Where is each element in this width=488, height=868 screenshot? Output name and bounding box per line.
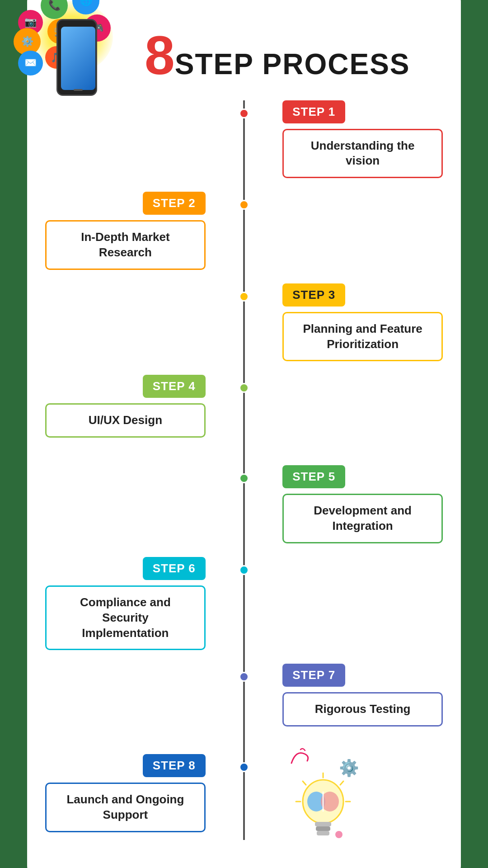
- svg-rect-36: [315, 822, 331, 826]
- svg-point-31: [446, 21, 449, 24]
- step-3-dot: [239, 292, 249, 302]
- svg-point-19: [438, 0, 441, 0]
- step-1-badge: STEP 1: [282, 100, 345, 123]
- step-5-dot: [239, 473, 249, 483]
- step-3-box: Planning and Feature Prioritization: [282, 312, 443, 362]
- step-3-content: STEP 3 Planning and Feature Prioritizati…: [260, 283, 443, 362]
- step-1-box: Understanding the vision: [282, 129, 443, 179]
- step-6-content: STEP 6 Compliance and Security Implement…: [45, 557, 228, 650]
- step-8-content: STEP 8 Launch and Ongoing Support: [45, 754, 228, 832]
- svg-point-21: [450, 12, 454, 15]
- svg-point-28: [424, 0, 427, 1]
- step-6-dot: [239, 565, 249, 575]
- step-5-box: Development and Integration: [282, 494, 443, 543]
- svg-point-25: [403, 14, 406, 17]
- step-6-badge: STEP 6: [143, 557, 206, 580]
- step-2-box: In-Depth Market Research: [45, 220, 206, 270]
- step-1-dot: [239, 108, 249, 118]
- step-7-dot: [239, 672, 249, 682]
- svg-line-42: [303, 781, 306, 785]
- step-8-dot: [239, 762, 249, 772]
- step-7-content: STEP 7 Rigorous Testing: [260, 664, 443, 726]
- step-4-dot-area: [228, 375, 260, 393]
- step-2-dot-area: [228, 192, 260, 210]
- svg-point-20: [446, 4, 449, 7]
- step-4-dot: [239, 383, 249, 393]
- step-6-box: Compliance and Security Implementation: [45, 585, 206, 650]
- step-7-dot-area: [228, 664, 260, 682]
- step-7-box: Rigorous Testing: [282, 692, 443, 726]
- step-7-badge: STEP 7: [282, 664, 345, 687]
- step-5-dot-area: [228, 465, 260, 483]
- step-4-badge: STEP 4: [143, 375, 206, 398]
- svg-point-29: [434, 1, 437, 5]
- step-count-number: 8: [145, 25, 175, 85]
- mail-icon: ✉️: [18, 51, 43, 75]
- svg-rect-37: [316, 826, 330, 831]
- main-card: 📞 🌐 📷 ⚙️ 🛒 🎮 🎵 ✉️ 📖: [27, 0, 461, 868]
- process-title: STEP PROCESS: [175, 48, 410, 80]
- app-icons-decoration: 📞 🌐 📷 ⚙️ 🛒 🎮 🎵 ✉️ 📖: [14, 0, 140, 96]
- svg-line-40: [340, 781, 343, 785]
- pink-swirl-icon: [287, 745, 314, 768]
- title-area: 8STEP PROCESS: [145, 28, 410, 87]
- phone-illustration: [50, 5, 104, 96]
- step-8-dot-area: [228, 754, 260, 772]
- svg-rect-38: [317, 831, 329, 835]
- step-2-badge: STEP 2: [143, 192, 206, 215]
- svg-point-22: [452, 21, 455, 24]
- dots-arc-decoration: [402, 0, 456, 43]
- step-4-box: UI/UX Design: [45, 403, 206, 438]
- step-2-content: STEP 2 In-Depth Market Research: [45, 192, 228, 270]
- svg-point-44: [335, 831, 343, 838]
- header: 📞 🌐 📷 ⚙️ 🛒 🎮 🎵 ✉️ 📖: [27, 0, 461, 96]
- step-8-box: Launch and Ongoing Support: [45, 783, 206, 832]
- step-5-content: STEP 5 Development and Integration: [260, 465, 443, 543]
- step-3-badge: STEP 3: [282, 283, 345, 307]
- step-8-right: ⚙️: [260, 754, 443, 840]
- step-1-content: STEP 1 Understanding the vision: [260, 100, 443, 179]
- step-8-badge: STEP 8: [143, 754, 206, 777]
- svg-point-26: [404, 24, 407, 28]
- timeline: STEP 1 Understanding the vision STEP 2 I…: [27, 100, 461, 840]
- lightbulb-svg: [291, 772, 355, 840]
- svg-point-24: [404, 3, 407, 6]
- svg-point-30: [444, 10, 447, 14]
- step-3-dot-area: [228, 283, 260, 302]
- svg-point-27: [413, 1, 417, 4]
- step-2-dot: [239, 200, 249, 210]
- step-6-dot-area: [228, 557, 260, 575]
- step-1-dot-area: [228, 100, 260, 118]
- step-4-content: STEP 4 UI/UX Design: [45, 375, 228, 438]
- svg-point-23: [450, 29, 453, 33]
- step-5-badge: STEP 5: [282, 465, 345, 488]
- lightbulb-decoration: ⚙️: [282, 759, 364, 840]
